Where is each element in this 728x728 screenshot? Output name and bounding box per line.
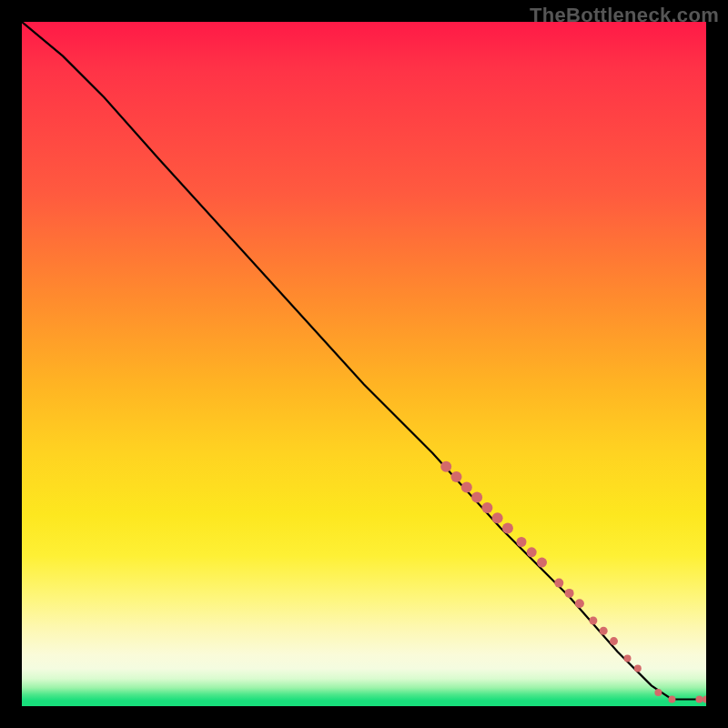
- data-dot: [600, 627, 608, 635]
- data-dot: [461, 481, 472, 492]
- data-dot: [451, 471, 462, 482]
- data-dot: [440, 461, 451, 472]
- data-dot: [565, 589, 574, 598]
- data-dot: [502, 523, 513, 534]
- plot-area: [22, 22, 706, 706]
- chart-frame: TheBottleneck.com: [0, 0, 728, 728]
- data-dot: [703, 696, 706, 703]
- data-dot: [471, 492, 482, 503]
- data-dot: [654, 689, 662, 696]
- data-dots: [440, 461, 706, 703]
- chart-overlay: [22, 22, 706, 706]
- data-dot: [575, 599, 584, 608]
- data-dot: [589, 617, 597, 625]
- data-dot: [492, 512, 503, 523]
- data-dot: [624, 654, 632, 662]
- data-dot: [610, 637, 618, 645]
- curve-line: [22, 22, 706, 700]
- data-dot: [537, 558, 547, 568]
- data-dot: [634, 665, 642, 672]
- data-dot: [696, 696, 703, 703]
- data-dot: [481, 502, 492, 513]
- data-dot: [517, 537, 527, 547]
- data-dot: [668, 696, 675, 703]
- data-dot: [554, 579, 563, 588]
- data-dot: [527, 547, 537, 557]
